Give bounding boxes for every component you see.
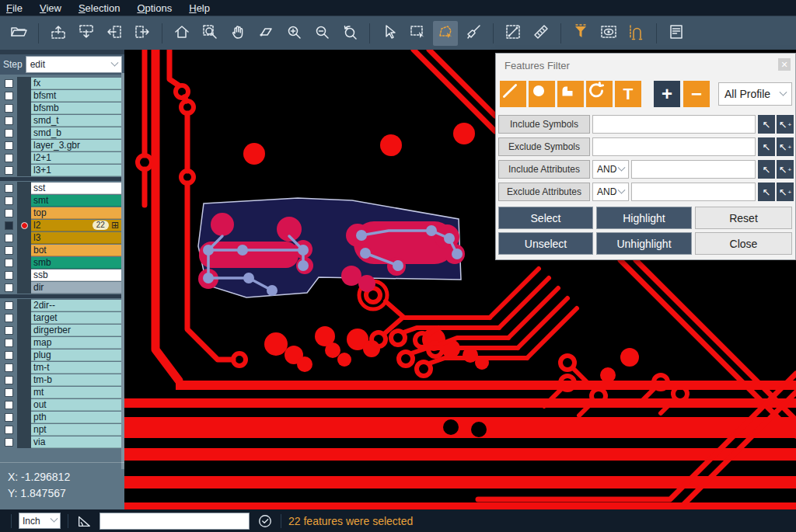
- layer-checkbox[interactable]: [5, 301, 13, 310]
- filter-pad-button[interactable]: [529, 81, 555, 107]
- menu-file[interactable]: File: [6, 2, 23, 14]
- layer-row-l3+1[interactable]: l3+1: [0, 164, 124, 176]
- layer-cell[interactable]: smb: [31, 257, 121, 269]
- layer-row-bfsmb[interactable]: bfsmb: [0, 102, 124, 114]
- zoom-home-button[interactable]: [169, 21, 194, 46]
- layer-checkbox[interactable]: [5, 104, 13, 113]
- layer-cell[interactable]: tm-t: [31, 362, 121, 374]
- layer-row-fx[interactable]: fx: [0, 77, 124, 89]
- layer-cell[interactable]: npt: [31, 424, 121, 436]
- layer-cell[interactable]: sst: [31, 183, 121, 194]
- layer-checkbox[interactable]: [5, 166, 13, 175]
- and-or-select[interactable]: AND: [592, 183, 629, 201]
- layer-cell[interactable]: dir: [31, 282, 121, 294]
- exclude-symbols-input[interactable]: [592, 137, 756, 156]
- layer-row-l3[interactable]: l3: [0, 231, 124, 244]
- layer-row-l2+1[interactable]: l2+1: [0, 151, 124, 164]
- zoom-window-button[interactable]: [197, 21, 222, 46]
- zoom-out-button[interactable]: [309, 21, 334, 46]
- layer-checkbox[interactable]: [5, 326, 13, 335]
- shift-right-button[interactable]: [130, 21, 155, 46]
- layer-row-pth[interactable]: pth: [0, 411, 124, 423]
- layer-checkbox[interactable]: [5, 351, 13, 360]
- angle-measure-icon[interactable]: [75, 513, 93, 530]
- layer-row-target[interactable]: target: [0, 311, 124, 324]
- layer-cell[interactable]: bfsmb: [31, 103, 121, 114]
- layer-row-dir[interactable]: dir: [0, 281, 124, 294]
- filter-arc-button[interactable]: [586, 81, 613, 107]
- layer-checkbox[interactable]: [5, 314, 13, 322]
- pick-from-canvas-button[interactable]: ↖: [758, 183, 775, 201]
- filter-line-button[interactable]: [500, 81, 526, 107]
- include-attributes-input[interactable]: [631, 160, 756, 179]
- layer-row-tm-b[interactable]: tm-b: [0, 374, 124, 386]
- layer-cell[interactable]: mt: [31, 387, 121, 398]
- layer-checkbox[interactable]: [5, 438, 13, 447]
- close-icon[interactable]: ✕: [778, 58, 791, 71]
- profile-select[interactable]: All Profile: [718, 82, 792, 106]
- pick-add-from-canvas-button[interactable]: ↖+: [777, 137, 794, 156]
- layer-row-map[interactable]: map: [0, 336, 124, 349]
- pcb-canvas[interactable]: Features Filter ✕ T+− All Profile Includ…: [124, 50, 796, 509]
- select-cursor-button[interactable]: [377, 21, 402, 46]
- highlight-button[interactable]: Highlight: [596, 207, 692, 229]
- layer-checkbox[interactable]: [5, 339, 13, 347]
- filter-surface-button[interactable]: [557, 81, 584, 107]
- layer-cell[interactable]: smd_b: [31, 127, 121, 139]
- layer-row-smt[interactable]: smt: [0, 194, 124, 207]
- layer-cell[interactable]: pth: [31, 412, 121, 423]
- layer-checkbox[interactable]: [5, 196, 13, 205]
- layer-row-via[interactable]: via: [0, 436, 124, 448]
- layer-row-l2[interactable]: l222⊞: [0, 219, 124, 231]
- layer-checkbox[interactable]: [5, 283, 13, 292]
- include-symbols-button[interactable]: Include Symbols: [498, 115, 590, 134]
- layer-checkbox[interactable]: [5, 376, 13, 384]
- layer-row-mt[interactable]: mt: [0, 386, 124, 398]
- layer-checkbox[interactable]: [5, 259, 13, 267]
- select-button[interactable]: Select: [498, 207, 593, 229]
- layer-row-sst[interactable]: sst: [0, 182, 124, 194]
- select-rectangle-button[interactable]: [405, 21, 430, 46]
- layer-cell[interactable]: top: [31, 207, 121, 219]
- close-button[interactable]: Close: [695, 232, 792, 255]
- layer-row-2dir--[interactable]: 2dir--: [0, 299, 124, 311]
- layer-cell[interactable]: 2dir--: [31, 300, 121, 311]
- select-polygon-button[interactable]: [433, 21, 458, 46]
- layer-checkbox[interactable]: [5, 234, 13, 242]
- layer-row-tm-t[interactable]: tm-t: [0, 361, 124, 374]
- features-filter-button[interactable]: [568, 21, 593, 46]
- layer-checkbox[interactable]: [5, 129, 13, 137]
- add-filter-button[interactable]: +: [654, 81, 680, 107]
- pick-from-canvas-button[interactable]: ↖: [758, 137, 775, 156]
- layer-row-ssb[interactable]: ssb: [0, 269, 124, 281]
- layer-cell[interactable]: l222⊞: [31, 220, 121, 231]
- pick-from-canvas-button[interactable]: ↖: [758, 115, 775, 134]
- layer-cell[interactable]: ssb: [31, 269, 121, 281]
- zoom-skew-button[interactable]: [253, 21, 278, 46]
- layer-cell[interactable]: tm-b: [31, 374, 121, 386]
- menu-options[interactable]: Options: [137, 2, 172, 14]
- layer-cell[interactable]: out: [31, 399, 121, 411]
- zoom-previous-button[interactable]: [337, 21, 362, 46]
- reset-button[interactable]: Reset: [695, 207, 792, 229]
- snap-mode-button[interactable]: [624, 21, 649, 46]
- exclude-attributes-button[interactable]: Exclude Attributes: [498, 183, 590, 201]
- step-select[interactable]: edit: [26, 56, 122, 73]
- open-file-button[interactable]: [6, 21, 31, 46]
- layer-checkbox[interactable]: [5, 141, 13, 150]
- layer-checkbox[interactable]: [5, 79, 13, 88]
- exclude-attributes-input[interactable]: [631, 183, 756, 201]
- unhighlight-button[interactable]: Unhighlight: [596, 232, 692, 255]
- measure-line-button[interactable]: [501, 21, 525, 46]
- remove-filter-button[interactable]: −: [683, 81, 710, 107]
- layer-row-smd_t[interactable]: smd_t: [0, 114, 124, 127]
- layer-row-layer_3.gbr[interactable]: layer_3.gbr: [0, 139, 124, 151]
- layers-panel-button[interactable]: [664, 21, 689, 46]
- layer-cell[interactable]: via: [31, 436, 121, 448]
- layer-checkbox[interactable]: [5, 209, 13, 217]
- layer-row-bot[interactable]: bot: [0, 244, 124, 256]
- pick-from-canvas-button[interactable]: ↖: [758, 160, 775, 179]
- layer-row-smb[interactable]: smb: [0, 256, 124, 269]
- layer-cell[interactable]: map: [31, 337, 121, 349]
- layer-cell[interactable]: smt: [31, 195, 121, 207]
